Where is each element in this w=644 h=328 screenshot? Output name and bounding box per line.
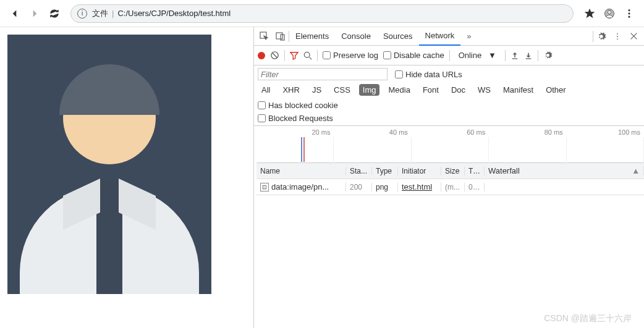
filter-type-js[interactable]: JS [308, 84, 325, 96]
svg-point-10 [617, 38, 618, 40]
inspect-icon[interactable] [256, 32, 273, 41]
svg-point-8 [617, 33, 618, 34]
filter-type-manifest[interactable]: Manifest [499, 84, 537, 96]
svg-point-3 [629, 12, 630, 14]
download-har-icon[interactable] [524, 51, 533, 60]
timeline-overview[interactable]: 20 ms 40 ms 60 ms 80 ms 100 ms [256, 126, 644, 163]
url-scheme-label: 文件 [92, 8, 108, 19]
table-row[interactable]: ⊡data:image/pn... 200 png test.html (m..… [256, 179, 644, 195]
tab-sources[interactable]: Sources [377, 27, 419, 46]
filter-type-img[interactable]: Img [359, 84, 380, 96]
filter-type-doc[interactable]: Doc [447, 84, 469, 96]
more-tabs-icon[interactable]: » [460, 27, 477, 46]
tab-console[interactable]: Console [335, 27, 377, 46]
filter-type-css[interactable]: CSS [330, 84, 354, 96]
devtools-panel: Elements Console Sources Network » Prese… [253, 27, 644, 328]
disable-cache-checkbox[interactable]: Disable cache [383, 51, 444, 60]
throttling-select[interactable]: Online ▼ [455, 49, 500, 61]
network-request-table: Name Sta... Type Initiator Size Ti... Wa… [256, 163, 644, 328]
tab-elements[interactable]: Elements [289, 27, 335, 46]
svg-point-1 [608, 11, 611, 14]
filter-type-xhr[interactable]: XHR [279, 84, 303, 96]
tab-network[interactable]: Network [419, 27, 461, 46]
network-settings-gear-icon[interactable] [543, 51, 553, 60]
col-time[interactable]: Ti... [465, 167, 485, 175]
avatar-image [7, 35, 211, 294]
col-waterfall[interactable]: Waterfall▲ [485, 166, 644, 175]
svg-rect-6 [276, 33, 282, 39]
table-header: Name Sta... Type Initiator Size Ti... Wa… [256, 163, 644, 179]
close-devtools-icon[interactable] [625, 32, 642, 40]
bookmark-star-icon[interactable] [580, 4, 600, 23]
device-toggle-icon[interactable] [273, 32, 289, 41]
upload-har-icon[interactable] [511, 51, 519, 60]
timeline-marker-domcontent [301, 137, 302, 162]
page-viewport [0, 27, 253, 328]
svg-rect-13 [512, 58, 518, 59]
clear-icon[interactable] [270, 51, 279, 60]
reload-button[interactable] [44, 4, 64, 23]
settings-gear-icon[interactable] [593, 32, 609, 41]
filter-type-font[interactable]: Font [419, 84, 443, 96]
browser-toolbar: i 文件 | C:/Users/CJP/Desktop/test.html [0, 0, 644, 27]
col-size[interactable]: Size [441, 167, 465, 175]
forward-button[interactable] [25, 4, 44, 23]
network-filter-bar: Hide data URLs All XHR JS CSS Img Media … [254, 65, 644, 126]
svg-rect-14 [526, 58, 532, 59]
has-blocked-cookies-checkbox[interactable]: Has blocked cookie [258, 101, 338, 110]
col-status[interactable]: Sta... [346, 167, 372, 175]
watermark-text: CSDN @踏遍三十六岸 [544, 313, 632, 324]
profile-icon[interactable] [600, 4, 619, 23]
col-type[interactable]: Type [372, 167, 398, 175]
menu-dots-icon[interactable] [619, 4, 639, 23]
url-path: C:/Users/CJP/Desktop/test.html [117, 9, 231, 18]
kebab-icon[interactable] [609, 32, 625, 41]
filter-type-media[interactable]: Media [384, 84, 413, 96]
record-button[interactable] [258, 52, 265, 59]
svg-point-4 [629, 16, 630, 17]
col-name[interactable]: Name [256, 167, 346, 175]
filter-type-other[interactable]: Other [542, 84, 570, 96]
back-button[interactable] [5, 4, 25, 23]
svg-point-12 [304, 52, 310, 57]
address-bar[interactable]: i 文件 | C:/Users/CJP/Desktop/test.html [70, 4, 574, 23]
blocked-requests-checkbox[interactable]: Blocked Requests [258, 114, 333, 123]
col-initiator[interactable]: Initiator [398, 167, 441, 175]
preserve-log-checkbox[interactable]: Preserve log [323, 51, 378, 60]
svg-point-9 [617, 36, 618, 37]
timeline-marker-load [303, 137, 305, 162]
filter-input[interactable] [258, 68, 388, 80]
info-icon: i [77, 9, 87, 19]
hide-data-urls-checkbox[interactable]: Hide data URLs [395, 70, 462, 79]
filter-icon[interactable] [290, 51, 299, 60]
network-controls: Preserve log Disable cache Online ▼ [254, 46, 644, 65]
svg-point-2 [629, 9, 630, 11]
filter-type-all[interactable]: All [258, 84, 274, 96]
image-file-icon: ⊡ [260, 183, 269, 191]
devtools-tabbar: Elements Console Sources Network » [254, 27, 644, 46]
search-icon[interactable] [303, 51, 312, 60]
filter-type-ws[interactable]: WS [474, 84, 494, 96]
